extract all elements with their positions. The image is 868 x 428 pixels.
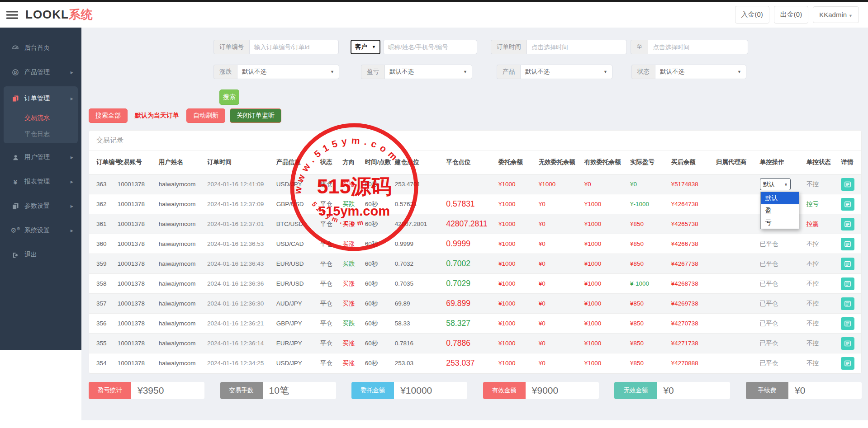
cell-product: GBP/USD xyxy=(275,194,319,214)
sidebar-item-params[interactable]: 参数设置 ▶ xyxy=(0,194,81,218)
summary-group: 交易手数10笔 xyxy=(220,382,336,399)
cell-invalid-balance: ¥0 xyxy=(537,194,583,214)
detail-button[interactable] xyxy=(841,277,854,290)
summary-label: 盈亏统计 xyxy=(89,382,131,399)
main-content: 订单编号 客户▼ 订单时间 至 涨跌 默认不选▼ 盈亏 xyxy=(81,28,868,420)
detail-button[interactable] xyxy=(841,258,854,270)
cell-valid-balance: ¥1000 xyxy=(583,194,629,214)
filter-row-1: 订单编号 客户▼ 订单时间 至 xyxy=(81,28,868,54)
cell-direction: 买涨 xyxy=(341,234,364,254)
summary-value: ¥9000 xyxy=(526,382,599,399)
sidebar-subitem-close-log[interactable]: 平仓日志 xyxy=(4,126,78,142)
sidebar-item-system[interactable]: ⚙⚙ 系统设置 ▶ xyxy=(0,218,81,243)
control-select[interactable]: 默认∨默认盈亏 xyxy=(760,178,791,190)
cell-order-time: 2024-01-16 12:36:43 xyxy=(206,254,275,274)
auto-refresh-button[interactable]: 自动刷新 xyxy=(186,108,225,123)
cell-detail xyxy=(840,294,861,314)
bitcoin-icon: B xyxy=(10,69,21,76)
cell-duration: 60秒 xyxy=(364,353,394,373)
cell-account: 10001378 xyxy=(116,214,157,234)
cell-actual-profit: ¥0 xyxy=(629,174,670,194)
dashboard-icon xyxy=(10,44,21,52)
detail-button[interactable] xyxy=(841,357,854,370)
cell-control-operation: 默认∨默认盈亏 xyxy=(759,174,805,194)
detail-button[interactable] xyxy=(841,317,854,330)
customer-input[interactable] xyxy=(383,40,477,54)
profit-loss-select[interactable]: 默认不选▼ xyxy=(384,65,472,79)
column-header: 单控状态 xyxy=(805,151,840,174)
cell-agent xyxy=(715,194,759,214)
withdraw-button[interactable]: 出金(0) xyxy=(774,6,808,24)
cell-order-time: 2024-01-16 12:34:25 xyxy=(206,353,275,373)
cell-close-price: 0.7029 xyxy=(445,274,497,294)
cell-actual-profit: ¥850 xyxy=(629,314,670,334)
cell-agent xyxy=(715,254,759,274)
cell-detail xyxy=(840,194,861,214)
column-header: 订单时间 xyxy=(206,151,275,174)
detail-button[interactable] xyxy=(841,337,854,350)
cell-order-time: 2024-01-16 12:41:09 xyxy=(206,174,275,194)
detail-button[interactable] xyxy=(841,297,854,310)
cell-agent xyxy=(715,234,759,254)
cell-open-price: 253.03 xyxy=(394,353,445,373)
cell-entrust-balance: ¥1000 xyxy=(497,274,537,294)
sidebar-item-reports[interactable]: ¥ 报表管理 ▶ xyxy=(0,169,81,194)
time-from-input[interactable] xyxy=(526,40,627,54)
cell-valid-balance: ¥1000 xyxy=(583,353,629,373)
cell-control-status: 不控 xyxy=(805,353,840,373)
cell-username: haiwaiymcom xyxy=(157,334,206,353)
sidebar-item-users[interactable]: 用户管理 ▶ xyxy=(0,145,81,169)
cell-username: haiwaiymcom xyxy=(157,234,206,254)
cell-product: USD/CAD xyxy=(275,234,319,254)
chevron-right-icon: ▶ xyxy=(71,71,73,75)
logout-icon xyxy=(10,252,21,259)
sidebar-item-dashboard[interactable]: 后台首页 xyxy=(0,36,81,60)
action-bar: 搜索全部 默认为当天订单 自动刷新 关闭订单监听 xyxy=(89,108,868,123)
cell-invalid-balance: ¥0 xyxy=(537,214,583,234)
order-no-input[interactable] xyxy=(249,40,339,54)
detail-button[interactable] xyxy=(841,218,854,230)
control-dropdown-option[interactable]: 亏 xyxy=(761,216,799,229)
cell-entrust-balance: ¥1000 xyxy=(497,314,537,334)
deposit-button[interactable]: 入金(0) xyxy=(735,6,769,24)
user-icon xyxy=(10,154,21,161)
cell-open-price: 253.4701 xyxy=(394,174,445,194)
rise-fall-select[interactable]: 默认不选▼ xyxy=(237,65,339,79)
control-dropdown-option[interactable]: 默认 xyxy=(761,192,799,204)
status-select[interactable]: 默认不选▼ xyxy=(655,65,746,79)
close-order-listen-button[interactable]: 关闭订单监听 xyxy=(230,108,281,123)
detail-button[interactable] xyxy=(841,238,854,250)
search-all-button[interactable]: 搜索全部 xyxy=(89,108,128,123)
detail-button[interactable] xyxy=(841,178,854,191)
cell-agent xyxy=(715,174,759,194)
control-dropdown-option[interactable]: 盈 xyxy=(761,204,799,216)
control-dropdown-list: 默认盈亏 xyxy=(760,192,799,229)
cell-control-status: 控赢 xyxy=(805,214,840,234)
summary-group: 手续费¥0 xyxy=(746,382,862,399)
sidebar-item-logout[interactable]: 退出 xyxy=(0,243,81,267)
cell-after-balance: ¥4267738 xyxy=(670,254,715,274)
cell-duration: 60秒 xyxy=(364,294,394,314)
cell-duration: 60秒 xyxy=(364,194,394,214)
time-to-input[interactable] xyxy=(648,40,748,54)
cell-order-time: 2024-01-16 12:36:14 xyxy=(206,334,275,353)
admin-menu-button[interactable]: KKadmin▼ xyxy=(813,6,859,23)
cell-username: haiwaiymcom xyxy=(157,214,206,234)
product-label: 产品 xyxy=(497,65,520,79)
customer-type-select[interactable]: 客户▼ xyxy=(351,40,380,54)
sidebar-subitem-trade-flow[interactable]: 交易流水 xyxy=(4,110,78,126)
cell-account: 10001378 xyxy=(116,254,157,274)
sidebar-item-orders[interactable]: 订单管理 ▶ xyxy=(4,87,78,110)
detail-button[interactable] xyxy=(841,198,854,211)
menu-toggle-icon[interactable] xyxy=(6,11,18,19)
cell-control-operation: 已平仓 xyxy=(759,334,805,353)
search-button[interactable]: 搜索 xyxy=(219,89,239,105)
product-select[interactable]: 默认不选▼ xyxy=(520,65,612,79)
cell-detail xyxy=(840,214,861,234)
cell-invalid-balance: ¥0 xyxy=(537,294,583,314)
cell-close-price: 0.7002 xyxy=(445,254,497,274)
chevron-right-icon: ▶ xyxy=(71,180,73,184)
sidebar-item-products[interactable]: B 产品管理 ▶ xyxy=(0,60,81,85)
cell-control-status: 控亏 xyxy=(805,194,840,214)
summary-label: 有效金额 xyxy=(483,382,526,399)
